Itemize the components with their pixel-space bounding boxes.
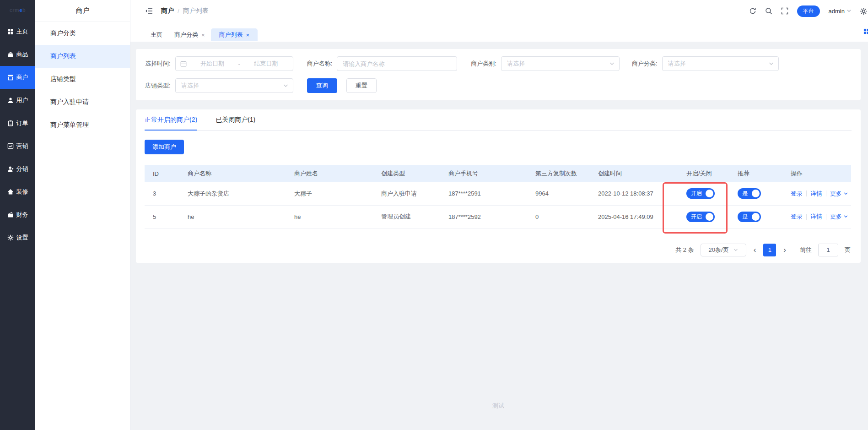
finance-icon xyxy=(7,212,14,218)
action-divider xyxy=(806,214,807,220)
user-menu[interactable]: admin xyxy=(829,8,851,15)
row-actions: 登录 详情 更多 xyxy=(791,212,851,221)
prev-page-button[interactable]: ‹ xyxy=(753,246,757,254)
submenu-title: 商户 xyxy=(35,0,130,22)
submenu-item-merchant-apply[interactable]: 商户入驻申请 xyxy=(35,91,130,114)
tab-merchant-category[interactable]: 商户分类 × xyxy=(168,28,211,41)
footer-text: 测试 xyxy=(136,402,861,430)
more-link[interactable]: 更多 xyxy=(830,190,848,198)
cell-create-type: 管理员创建 xyxy=(381,205,448,228)
nav-item-users[interactable]: 用户 xyxy=(0,89,35,112)
col-owner-name: 商户姓名 xyxy=(294,165,381,182)
login-link[interactable]: 登录 xyxy=(791,212,803,221)
merchant-category-select[interactable]: 请选择 xyxy=(501,56,620,71)
row-actions: 登录 详情 更多 xyxy=(791,190,851,198)
more-link[interactable]: 更多 xyxy=(830,212,848,221)
reset-button[interactable]: 重置 xyxy=(346,78,377,93)
logo-accent: e xyxy=(19,7,22,13)
username: admin xyxy=(829,8,845,15)
settings-gear-icon[interactable] xyxy=(860,7,868,15)
close-icon[interactable]: × xyxy=(246,32,250,38)
detail-link[interactable]: 详情 xyxy=(810,212,822,221)
cell-owner-name: 大粽子 xyxy=(294,182,381,205)
cell-phone: 187****2592 xyxy=(448,205,535,228)
status-toggle[interactable]: 开启 xyxy=(686,188,715,199)
col-status: 开启/关闭 xyxy=(686,165,738,182)
nav-label: 主页 xyxy=(16,27,28,36)
tab-home[interactable]: 主页 xyxy=(145,28,168,41)
col-phone: 商户手机号 xyxy=(448,165,535,182)
action-divider xyxy=(826,214,826,220)
home-icon xyxy=(7,189,14,195)
store-type-select[interactable]: 请选择 xyxy=(175,78,293,93)
toggle-knob xyxy=(752,190,760,197)
next-page-button[interactable]: › xyxy=(782,246,787,254)
add-merchant-button[interactable]: 添加商户 xyxy=(145,140,184,154)
recommend-toggle[interactable]: 是 xyxy=(738,212,761,222)
nav-item-marketing[interactable]: 营销 xyxy=(0,135,35,158)
platform-badge[interactable]: 平台 xyxy=(797,5,820,17)
date-start-placeholder: 开始日期 xyxy=(190,60,235,68)
nav-item-settings[interactable]: 设置 xyxy=(0,226,35,249)
cell-copy-count: 0 xyxy=(535,205,598,228)
toggle-label: 是 xyxy=(742,213,748,221)
col-create-type: 创建类型 xyxy=(381,165,448,182)
search-icon[interactable] xyxy=(765,7,772,15)
marketing-icon xyxy=(7,143,14,149)
main-area: 商户 / 商户列表 平台 admin 主页 商户分类 xyxy=(130,0,868,430)
topbar-actions: 平台 admin xyxy=(749,5,863,17)
submenu-item-merchant-list[interactable]: 商户列表 xyxy=(35,45,130,68)
login-link[interactable]: 登录 xyxy=(791,190,803,198)
submenu-item-store-type[interactable]: 店铺类型 xyxy=(35,68,130,91)
merchant-category-label: 商户类别: xyxy=(471,60,496,68)
distribution-icon xyxy=(7,166,14,172)
nav-item-distribution[interactable]: 分销 xyxy=(0,158,35,180)
pagination: 共 2 条 20条/页 ‹ 1 › 前往 页 xyxy=(145,244,852,256)
status-toggle[interactable]: 开启 xyxy=(686,212,715,222)
date-separator: - xyxy=(238,60,240,67)
date-end-placeholder: 结束日期 xyxy=(244,60,288,68)
nav-item-merchant[interactable]: 商户 xyxy=(0,66,35,89)
cell-id: 5 xyxy=(145,205,188,228)
table-header-row: ID 商户名称 商户姓名 创建类型 商户手机号 第三方复制次数 创建时间 开启/… xyxy=(145,165,851,182)
page-size-select[interactable]: 20条/页 xyxy=(701,244,746,256)
detail-link[interactable]: 详情 xyxy=(810,190,822,198)
col-recommend: 推荐 xyxy=(738,165,791,182)
merchant-classify-select[interactable]: 请选择 xyxy=(662,56,779,71)
breadcrumb: 商户 / 商户列表 xyxy=(161,7,209,15)
table-row: 3 大粽子的杂货店 大粽子 商户入驻申请 187****2591 9964 20… xyxy=(145,182,851,205)
bag-icon xyxy=(7,51,14,58)
tab-merchant-list[interactable]: 商户列表 × xyxy=(211,28,258,41)
nav-item-decorate[interactable]: 装修 xyxy=(0,180,35,203)
cell-phone: 187****2591 xyxy=(448,182,535,205)
current-page-button[interactable]: 1 xyxy=(763,244,776,256)
submenu-item-merchant-menu[interactable]: 商户菜单管理 xyxy=(35,114,130,136)
chevron-down-icon xyxy=(847,10,851,12)
date-range-picker[interactable]: 开始日期 - 结束日期 xyxy=(175,56,293,71)
breadcrumb-page: 商户列表 xyxy=(183,7,209,15)
recommend-toggle[interactable]: 是 xyxy=(738,188,761,199)
filter-panel: 选择时间: 开始日期 - 结束日期 商户名称: 商户类别: 请选择 xyxy=(136,49,861,100)
store-icon xyxy=(7,74,14,81)
order-icon xyxy=(7,120,14,126)
close-icon[interactable]: × xyxy=(201,32,205,38)
submenu-item-merchant-category[interactable]: 商户分类 xyxy=(35,22,130,45)
tab-closed-merchants[interactable]: 已关闭商户(1) xyxy=(216,116,255,130)
tab-open-merchants[interactable]: 正常开启的商户(2) xyxy=(145,116,197,130)
tab-options-grid-icon[interactable] xyxy=(863,28,868,34)
breadcrumb-section[interactable]: 商户 xyxy=(161,7,174,15)
tab-label: 商户分类 xyxy=(174,31,198,39)
nav-item-orders[interactable]: 订单 xyxy=(0,112,35,135)
nav-item-finance[interactable]: 财务 xyxy=(0,203,35,226)
refresh-icon[interactable] xyxy=(749,7,756,15)
merchant-name-input[interactable] xyxy=(343,60,451,67)
goto-page-input[interactable] xyxy=(818,244,838,256)
nav-item-goods[interactable]: 商品 xyxy=(0,43,35,66)
nav-label: 装修 xyxy=(16,188,28,196)
search-button[interactable]: 查询 xyxy=(307,78,337,93)
fullscreen-icon[interactable] xyxy=(781,7,788,15)
nav-item-home[interactable]: 主页 xyxy=(0,20,35,43)
select-placeholder: 请选择 xyxy=(507,60,525,68)
collapse-menu-icon[interactable] xyxy=(146,8,153,14)
user-icon xyxy=(7,97,14,103)
